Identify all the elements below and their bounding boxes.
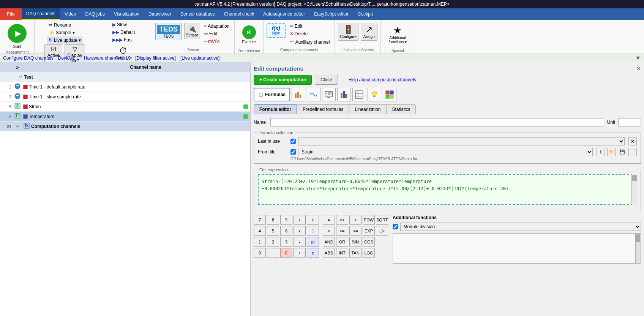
list-item[interactable]: 24 ↵ fx Computation channels xyxy=(0,122,250,131)
calc-2[interactable]: 2 xyxy=(267,237,279,247)
menu-item-daq-channels[interactable]: DAQ channels xyxy=(22,8,60,20)
mv-v-button[interactable]: ~ mV/V xyxy=(202,38,232,45)
calc-1[interactable]: 1 xyxy=(254,237,266,247)
last-in-use-dropdown[interactable] xyxy=(298,137,625,145)
tab-predefined-formulas[interactable]: Predefined formulas xyxy=(297,104,349,114)
status-expand[interactable]: ▼ xyxy=(635,55,641,62)
calc-log[interactable]: LOG xyxy=(363,248,375,258)
close-panel-button[interactable]: ✕ xyxy=(636,65,641,72)
new-file-button[interactable]: 📄 xyxy=(628,148,637,156)
calc-9[interactable]: 9 xyxy=(280,215,292,225)
calc-exp[interactable]: EXP xyxy=(363,226,375,236)
fast-button[interactable]: ▶▶▶ Fast xyxy=(110,36,134,43)
menu-item-file[interactable]: File xyxy=(0,8,22,20)
tool-table[interactable] xyxy=(352,88,366,101)
menu-item-visualization[interactable]: Visualization xyxy=(109,8,144,20)
adaptation-button[interactable]: ≈ Adaptation xyxy=(202,23,232,30)
edit-sensor-button[interactable]: ✏ Edit xyxy=(202,30,232,37)
calc-and[interactable]: AND xyxy=(323,237,335,247)
calc-5[interactable]: 5 xyxy=(267,226,279,236)
calc-7[interactable]: 7 xyxy=(254,215,266,225)
expand-all-button[interactable]: » xyxy=(13,64,22,70)
calc-pow[interactable]: POW xyxy=(363,215,375,225)
tool-display[interactable]: 1000 xyxy=(322,88,336,101)
from-file-checkbox[interactable] xyxy=(290,149,296,155)
close-button[interactable]: Close xyxy=(315,75,338,85)
additional-scrollbar[interactable] xyxy=(635,234,641,263)
execute-button[interactable]: ⏯ Execute xyxy=(239,21,259,48)
from-file-dropdown[interactable]: Strain xyxy=(298,148,593,156)
menu-item-channel-check[interactable]: Channel check xyxy=(219,8,259,20)
menu-item-autosequence[interactable]: Autosequence editor xyxy=(259,8,309,20)
list-item[interactable]: ↵ Test xyxy=(0,72,250,82)
menu-item-sensor-database[interactable]: Sensor database xyxy=(176,8,219,20)
tool-light[interactable] xyxy=(368,88,381,101)
calc-lt[interactable]: < xyxy=(349,215,361,225)
calc-mul[interactable]: x xyxy=(294,226,306,236)
tab-formula-editor[interactable]: Formula editor xyxy=(254,104,297,114)
tool-bar-chart[interactable] xyxy=(292,88,305,101)
calc-ln[interactable]: LN xyxy=(376,226,388,236)
tool-bar2[interactable] xyxy=(337,88,351,101)
menu-item-video[interactable]: Video xyxy=(60,8,80,20)
list-item[interactable]: 2 Time 1 - default sample rate xyxy=(0,82,250,92)
calc-3[interactable]: 3 xyxy=(280,237,292,247)
calc-div[interactable]: / xyxy=(294,215,306,225)
list-item[interactable]: 6 T° Temperature xyxy=(0,112,250,122)
teds-button[interactable]: TEDS TEDS xyxy=(155,23,182,40)
calc-eq[interactable]: = xyxy=(323,215,335,225)
clear-last-in-use-button[interactable]: ✕ xyxy=(628,137,637,145)
sensor-button[interactable]: 🔌 Sensor xyxy=(184,23,200,39)
calc-lte[interactable]: <= xyxy=(336,226,348,236)
open-folder-button[interactable]: 📁 xyxy=(607,148,616,156)
active-button[interactable]: ☑ Active xyxy=(44,44,62,65)
calc-cos[interactable]: COS xyxy=(363,237,375,247)
info-button[interactable]: ℹ xyxy=(597,148,605,156)
edit-computation-button[interactable]: ✏ Edit xyxy=(288,23,332,30)
list-item[interactable]: 3 Time 1 - slow sample rate xyxy=(0,92,250,102)
list-item[interactable]: 5 ε Strain xyxy=(0,102,250,112)
new-computation-button[interactable]: f(x) New xyxy=(267,23,286,38)
menu-item-cockpit[interactable]: Cockpit xyxy=(353,8,377,20)
calc-gte[interactable]: >= xyxy=(349,226,361,236)
additional-checkbox[interactable] xyxy=(393,224,398,229)
expression-scrollbar[interactable] xyxy=(631,174,637,205)
last-in-use-checkbox[interactable] xyxy=(290,139,296,144)
additional-dropdown[interactable]: Modulo division xyxy=(400,223,641,231)
additional-functions-button[interactable]: ★ Additionalfunctions ▾ xyxy=(385,21,410,48)
configure-limits-button[interactable]: 🚦 Configure xyxy=(338,23,358,41)
additional-text-area[interactable] xyxy=(393,233,641,264)
calc-0[interactable]: 0 xyxy=(254,248,266,258)
formulas-tool-button[interactable]: 📋 Formulas xyxy=(254,88,290,101)
tool-wave[interactable] xyxy=(307,88,320,101)
create-computation-button[interactable]: + Create computation xyxy=(254,75,312,85)
unit-input[interactable] xyxy=(618,118,641,126)
menu-item-easyscript[interactable]: EasyScript editor xyxy=(309,8,353,20)
calc-neq[interactable]: <> xyxy=(336,215,348,225)
calc-pi[interactable]: pi xyxy=(307,237,319,247)
calc-sin[interactable]: SIN xyxy=(349,237,361,247)
calc-sqrt[interactable]: SQRT xyxy=(376,215,388,225)
display-filter-button[interactable]: ▽ Display filter xyxy=(65,44,85,65)
assign-button[interactable]: ↗ Assign xyxy=(361,23,377,41)
menu-item-daq-jobs[interactable]: DAQ jobs xyxy=(81,8,109,20)
calc-6[interactable]: 6 xyxy=(280,226,292,236)
live-update-button[interactable]: ↻Live update ▾ xyxy=(47,36,83,44)
calc-plus[interactable]: + xyxy=(294,248,306,258)
calc-tan[interactable]: TAN xyxy=(349,248,361,258)
save-file-button[interactable]: 💾 xyxy=(618,148,626,156)
calc-or[interactable]: OR xyxy=(336,237,348,247)
calc-rparen[interactable]: ) xyxy=(307,226,319,236)
calc-minus[interactable]: - xyxy=(294,237,306,247)
tab-statistics[interactable]: Statistics xyxy=(386,104,416,114)
calc-int[interactable]: INT xyxy=(336,248,348,258)
tool-grid[interactable] xyxy=(383,88,396,101)
calc-dot[interactable]: . xyxy=(267,248,279,258)
calc-e[interactable]: e xyxy=(307,248,319,258)
rename-button[interactable]: ✏Rename xyxy=(47,21,73,28)
calc-gt[interactable]: > xyxy=(323,226,335,236)
slow-button[interactable]: ▶ Slow xyxy=(110,21,129,28)
tab-linearization[interactable]: Linearization xyxy=(349,104,386,114)
calc-abs[interactable]: ABS xyxy=(323,248,335,258)
expression-editor[interactable]: Strain-(-20.23+2.19*Temperature-0.0645*T… xyxy=(258,174,637,205)
